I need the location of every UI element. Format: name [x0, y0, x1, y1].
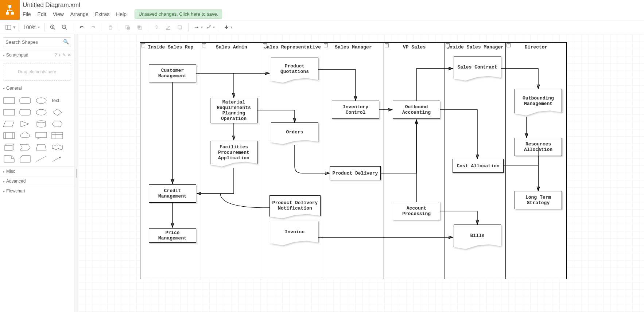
- node-inventory-ctrl[interactable]: Inventory Control: [332, 101, 379, 119]
- node-customer-management[interactable]: Customer Management: [149, 64, 196, 82]
- node-credit-management[interactable]: Credit Management: [149, 184, 196, 203]
- collapse-icon[interactable]: −: [324, 43, 328, 47]
- shape-parallelogram[interactable]: [3, 120, 15, 128]
- menu-arrange[interactable]: Arrange: [70, 11, 89, 17]
- scratchpad-help-icon[interactable]: ?: [54, 52, 57, 58]
- shape-cylinder[interactable]: [35, 120, 47, 128]
- node-sales-contract[interactable]: Sales Contract: [454, 56, 501, 82]
- logo-icon: [4, 4, 15, 15]
- shape-text[interactable]: Text: [51, 96, 63, 105]
- shape-cloud[interactable]: [19, 131, 31, 140]
- shape-ellipse-2[interactable]: [35, 108, 47, 117]
- shape-rounded-rect[interactable]: [19, 96, 31, 105]
- node-resources-alloc[interactable]: Resources Allocation: [515, 138, 562, 156]
- shape-triangle[interactable]: [19, 120, 31, 128]
- lane-header[interactable]: Sales Admin−: [201, 42, 262, 52]
- node-cost-alloc[interactable]: Cost Allocation: [453, 159, 504, 173]
- menu-file[interactable]: File: [23, 11, 31, 17]
- node-bills[interactable]: Bills: [454, 225, 501, 250]
- document-title[interactable]: Untitled Diagram.xml: [23, 1, 222, 9]
- node-account-proc[interactable]: Account Processing: [393, 202, 440, 220]
- shape-step[interactable]: [19, 143, 31, 152]
- node-long-term-strat[interactable]: Long Term Strategy: [515, 191, 562, 209]
- line-color-button[interactable]: [163, 22, 174, 33]
- sidebar: 🔍 ▾Scratchpad ? + ✎ ✕ Drag elements here…: [0, 34, 74, 312]
- lane-header[interactable]: Director−: [505, 42, 567, 52]
- header: Untitled Diagram.xml File Edit View Arra…: [0, 0, 644, 20]
- menu-help[interactable]: Help: [116, 11, 127, 17]
- zoom-out-button[interactable]: [59, 22, 70, 33]
- menu-view[interactable]: View: [53, 11, 64, 17]
- node-outbound-acct[interactable]: Outbound Accounting: [393, 101, 440, 119]
- lane-body[interactable]: [384, 51, 445, 279]
- node-facilities-proc[interactable]: Facilities Procurement Application: [210, 141, 257, 168]
- lane-header[interactable]: Inside Sales Rep−: [140, 42, 201, 52]
- category-flowchart[interactable]: Flowchart: [0, 186, 74, 196]
- node-product-deliv-notif[interactable]: Product Delivery Notification: [269, 195, 321, 219]
- node-product-quot[interactable]: Product Quotations: [271, 58, 318, 84]
- node-orders[interactable]: Orders: [271, 122, 318, 145]
- shape-rounded-rect-2[interactable]: [19, 108, 31, 117]
- collapse-icon[interactable]: −: [141, 43, 145, 47]
- collapse-icon[interactable]: −: [446, 43, 450, 47]
- fill-color-button[interactable]: [151, 22, 162, 33]
- collapse-icon[interactable]: −: [507, 43, 511, 47]
- lane-header[interactable]: Sales Manager−: [323, 42, 384, 52]
- to-back-button[interactable]: [134, 22, 145, 33]
- sidebar-splitter[interactable]: [74, 34, 78, 312]
- scratchpad-edit-icon[interactable]: ✎: [62, 52, 66, 58]
- app-logo[interactable]: [0, 0, 20, 20]
- shape-process[interactable]: [3, 131, 15, 140]
- lane-body[interactable]: [323, 51, 384, 279]
- scratchpad-dropzone[interactable]: Drag elements here: [3, 63, 71, 81]
- general-header[interactable]: ▾General: [0, 83, 74, 93]
- shape-ellipse[interactable]: [35, 96, 47, 105]
- node-invoice[interactable]: Invoice: [271, 221, 318, 246]
- svg-rect-29: [52, 132, 63, 139]
- node-product-delivery[interactable]: Product Delivery: [330, 166, 381, 180]
- node-material-req[interactable]: Material Requirements Planning Operation: [210, 98, 257, 123]
- lane-header[interactable]: VP Sales−: [384, 42, 445, 52]
- scratchpad-header[interactable]: ▾Scratchpad ? + ✎ ✕: [0, 50, 74, 60]
- shape-diamond[interactable]: [51, 108, 63, 117]
- collapse-icon[interactable]: −: [263, 43, 267, 47]
- lane-body[interactable]: [505, 51, 567, 279]
- node-outbounding-mgmt[interactable]: Outbounding Management: [515, 89, 562, 117]
- shape-cube[interactable]: [3, 143, 15, 152]
- shape-trapezoid[interactable]: [35, 143, 47, 152]
- delete-button[interactable]: [105, 22, 116, 33]
- lane-body[interactable]: [140, 51, 201, 279]
- scratchpad-close-icon[interactable]: ✕: [67, 52, 71, 58]
- view-mode-button[interactable]: [3, 22, 14, 33]
- save-message[interactable]: Unsaved changes. Click here to save.: [135, 9, 222, 19]
- shape-card[interactable]: [19, 155, 31, 163]
- lane-header[interactable]: Inside Sales Manager−: [445, 42, 506, 52]
- shape-hexagon[interactable]: [51, 120, 63, 128]
- shape-line[interactable]: [35, 155, 47, 163]
- collapse-icon[interactable]: −: [202, 43, 206, 47]
- shape-callout[interactable]: [35, 131, 47, 140]
- to-front-button[interactable]: [122, 22, 133, 33]
- menu-edit[interactable]: Edit: [38, 11, 46, 17]
- canvas[interactable]: Inside Sales Rep−Sales Admin−Sales Repre…: [78, 34, 644, 312]
- menu-extras[interactable]: Extras: [95, 11, 110, 17]
- category-advanced[interactable]: Advanced: [0, 176, 74, 186]
- scratchpad-add-icon[interactable]: +: [58, 52, 61, 58]
- shape-table[interactable]: [51, 131, 63, 140]
- shape-arrow[interactable]: [51, 155, 63, 163]
- node-price-management[interactable]: Price Management: [149, 228, 196, 243]
- redo-button[interactable]: [88, 22, 99, 33]
- shape-rectangle[interactable]: [3, 96, 15, 105]
- shape-note[interactable]: [3, 155, 15, 163]
- zoom-in-button[interactable]: [47, 22, 58, 33]
- search-input[interactable]: [3, 37, 71, 47]
- lane-header[interactable]: Sales Representative−: [262, 42, 323, 52]
- shape-rectangle-2[interactable]: [3, 108, 15, 117]
- undo-button[interactable]: [76, 22, 87, 33]
- shape-tape[interactable]: [51, 143, 63, 152]
- category-misc[interactable]: Misc: [0, 166, 74, 176]
- svg-rect-13: [166, 29, 170, 30]
- collapse-icon[interactable]: −: [385, 43, 389, 47]
- shadow-button[interactable]: [174, 22, 185, 33]
- zoom-level[interactable]: 100%▾: [22, 24, 41, 30]
